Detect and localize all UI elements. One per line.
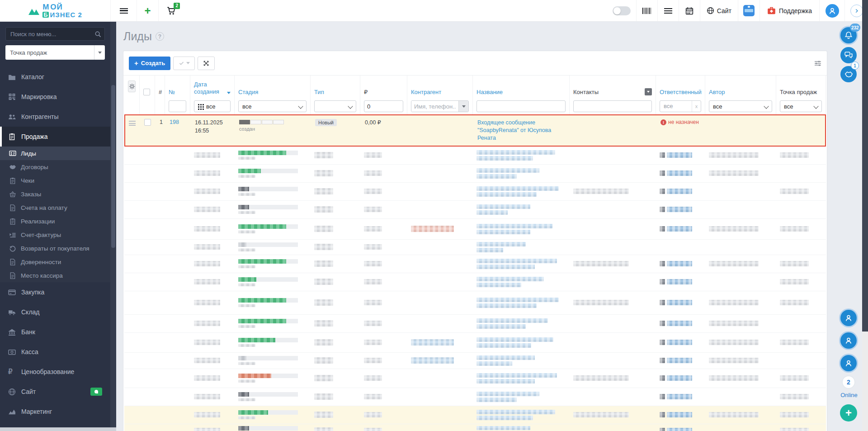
masked-row[interactable] — [124, 333, 826, 353]
col-header-num: # — [155, 76, 165, 98]
filter-contacts-input[interactable] — [573, 100, 652, 112]
masked-row[interactable] — [124, 388, 826, 406]
counterparty-dropdown-button[interactable] — [458, 101, 468, 112]
help-icon[interactable]: ? — [156, 32, 164, 41]
add-chat-button[interactable]: + — [840, 404, 857, 422]
submenu-item-orders[interactable]: Заказы — [0, 187, 110, 201]
sidebar-item-catalog[interactable]: Каталог — [0, 67, 110, 87]
create-button[interactable]: +Создать — [129, 57, 170, 70]
app-shortcut-button[interactable] — [738, 0, 760, 21]
filter-author-select[interactable]: все — [709, 100, 772, 112]
page-scrollbar-thumb[interactable] — [862, 0, 868, 332]
sidebar-item-sales[interactable]: Продажа — [0, 127, 110, 147]
site-button[interactable]: Сайт — [700, 0, 738, 21]
submenu-item-powers-of-attorney[interactable]: Доверенности — [0, 255, 110, 269]
filter-name-input[interactable] — [476, 100, 566, 112]
sidebar-item-cash-register[interactable]: Касса — [0, 342, 110, 362]
masked-row[interactable] — [124, 353, 826, 369]
submenu-item-cashier-place[interactable]: Место кассира — [0, 269, 110, 282]
submenu-item-contracts[interactable]: Договоры — [0, 160, 110, 174]
redacted-block — [238, 265, 255, 268]
sidebar-item-pricing[interactable]: ₽Ценообразование — [0, 362, 110, 382]
masked-row[interactable] — [124, 291, 826, 315]
support-button[interactable]: Поддержка — [760, 0, 819, 21]
logo[interactable]: МОЙ БИЗНЕС 2 — [0, 0, 110, 21]
masked-row[interactable] — [124, 255, 826, 273]
submenu-item-receipts[interactable]: Чеки — [0, 174, 110, 187]
online-user-avatar[interactable] — [840, 310, 857, 326]
lead-name-link[interactable]: Входящее сообщение "SoapbyRenata" от Юсу… — [477, 119, 551, 141]
col-header-responsible[interactable]: Ответственный — [656, 76, 705, 98]
col-header-date[interactable]: Дата создания — [190, 76, 235, 98]
masked-row[interactable] — [124, 240, 826, 255]
online-user-avatar[interactable] — [840, 332, 857, 349]
lead-row-highlighted[interactable]: 1 198 16.11.202516:55 создан Новый 0,00 … — [124, 114, 826, 147]
col-header-author[interactable]: Автор — [705, 76, 776, 98]
sidebar-item-counterparties[interactable]: Контрагенты — [0, 107, 110, 127]
sidebar-scrollbar-thumb[interactable] — [111, 85, 115, 248]
masked-row[interactable] — [124, 219, 826, 240]
masked-row[interactable] — [124, 147, 826, 165]
sidebar-item-marketing[interactable]: Маркетинг — [0, 402, 110, 422]
col-header-name[interactable]: Название — [473, 76, 570, 98]
filter-counterparty-input[interactable] — [411, 101, 458, 112]
filter-date-button[interactable]: все — [194, 100, 231, 112]
masked-row[interactable] — [124, 406, 826, 424]
sidebar-scrollbar[interactable] — [110, 22, 116, 427]
col-header-type[interactable]: Тип — [311, 76, 360, 98]
menu-toggle-button[interactable] — [110, 0, 137, 21]
lead-number-link[interactable]: 198 — [170, 119, 179, 125]
submenu-item-invoices[interactable]: Счета на оплату — [0, 201, 110, 214]
profile-button[interactable] — [819, 0, 844, 21]
table-settings-button[interactable] — [814, 57, 821, 70]
online-user-avatar[interactable] — [840, 355, 857, 371]
chat-button[interactable] — [840, 47, 857, 63]
submenu-item-realizations[interactable]: Реализации — [0, 214, 110, 228]
col-header-no[interactable]: № — [165, 76, 190, 98]
submenu-item-returns[interactable]: Возвраты от покупателя — [0, 242, 110, 255]
col-header-counterparty[interactable]: Контрагент — [407, 76, 473, 98]
fullscreen-button[interactable] — [198, 57, 215, 70]
sidebar-item-bank[interactable]: Банк — [0, 322, 110, 342]
masked-row[interactable] — [124, 369, 826, 388]
masked-row[interactable] — [124, 424, 826, 431]
filter-amount-input[interactable] — [364, 100, 403, 112]
filter-type-select[interactable] — [314, 100, 356, 112]
redacted-block — [194, 152, 220, 158]
filter-responsible[interactable]: всеx — [660, 100, 701, 112]
row-checkbox[interactable] — [144, 119, 151, 126]
approve-button[interactable] — [173, 57, 195, 70]
drag-handle-icon[interactable] — [129, 121, 136, 126]
menu-search-input[interactable] — [5, 27, 105, 41]
submenu-item-leads[interactable]: Лиды — [0, 147, 110, 160]
filter-stage-select[interactable]: все — [238, 100, 307, 112]
tasks-button[interactable] — [657, 0, 679, 21]
calendar-button[interactable] — [679, 0, 700, 21]
sidebar-item-marking[interactable]: Маркировка — [0, 87, 110, 107]
masked-row[interactable] — [124, 201, 826, 219]
select-all-checkbox[interactable] — [143, 89, 150, 95]
quick-add-button[interactable]: + — [137, 0, 158, 21]
filter-no-input[interactable] — [169, 100, 186, 112]
sidebar-item-purchasing[interactable]: Закупка — [0, 282, 110, 302]
columns-gear-button[interactable] — [128, 81, 136, 92]
clear-filter-button[interactable]: x — [692, 101, 701, 112]
cart-button[interactable]: 2 — [158, 0, 184, 21]
pos-selector-dropdown[interactable] — [94, 45, 105, 60]
sidebar-item-warehouse[interactable]: Склад — [0, 302, 110, 322]
barcode-button[interactable] — [636, 0, 657, 21]
page-scrollbar[interactable] — [862, 0, 868, 431]
masked-row[interactable] — [124, 273, 826, 291]
submenu-item-vat-invoices[interactable]: Счет-фактуры — [0, 228, 110, 242]
pos-selector[interactable]: Точка продаж — [5, 45, 105, 60]
sidebar-item-site[interactable]: Сайт — [0, 382, 110, 402]
toggle-switch[interactable] — [613, 6, 631, 15]
receipt-icon — [9, 177, 16, 184]
col-header-stage[interactable]: Стадия — [235, 76, 311, 98]
theme-toggle[interactable] — [607, 0, 636, 21]
masked-row[interactable] — [124, 315, 826, 333]
masked-row[interactable] — [124, 183, 826, 201]
masked-row[interactable] — [124, 165, 826, 183]
filter-pos-select[interactable]: все — [780, 100, 822, 112]
contacts-dropdown-icon[interactable] — [645, 88, 652, 95]
